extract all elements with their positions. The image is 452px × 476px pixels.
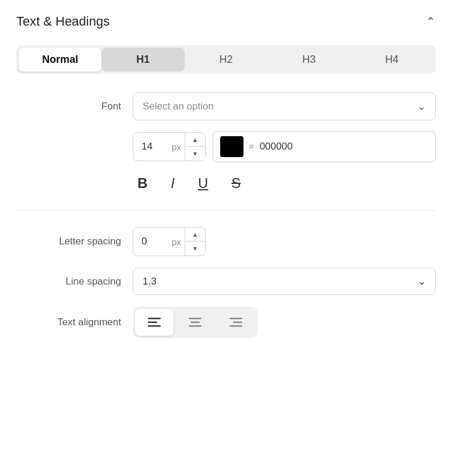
svg-rect-2 <box>148 325 161 327</box>
tab-h1[interactable]: H1 <box>101 48 184 72</box>
chevron-down-icon: ⌄ <box>418 275 426 287</box>
line-spacing-label: Line spacing <box>16 276 133 287</box>
letter-spacing-input[interactable] <box>133 230 168 253</box>
color-swatch[interactable] <box>220 136 243 157</box>
font-label: Font <box>16 101 133 112</box>
align-right-button[interactable] <box>217 309 255 336</box>
font-select[interactable]: Select an option ⌄ <box>133 93 436 120</box>
font-size-stepper: ▲ ▼ <box>185 133 205 161</box>
letter-spacing-increment[interactable]: ▲ <box>185 228 205 241</box>
tab-h3[interactable]: H3 <box>267 48 350 72</box>
letter-spacing-row: Letter spacing px ▲ ▼ <box>16 227 436 256</box>
svg-rect-5 <box>189 325 202 327</box>
bold-button[interactable]: B <box>133 173 152 194</box>
svg-rect-0 <box>148 318 161 319</box>
panel-header: Text & Headings ⌃ <box>16 14 436 29</box>
alignment-group <box>133 307 257 338</box>
svg-rect-3 <box>189 318 202 319</box>
strikethrough-button[interactable]: S <box>227 173 245 194</box>
line-spacing-row: Line spacing 1.3 ⌄ <box>16 268 436 295</box>
font-select-placeholder: Select an option <box>143 101 214 112</box>
italic-button[interactable]: I <box>166 173 179 194</box>
text-alignment-row: Text alignment <box>16 307 436 338</box>
font-row: Font Select an option ⌄ <box>16 93 436 120</box>
svg-rect-7 <box>233 322 242 324</box>
color-hash: # <box>249 142 254 151</box>
letter-spacing-stepper: ▲ ▼ <box>185 228 205 255</box>
letter-spacing-input-group: px ▲ ▼ <box>133 227 206 256</box>
svg-rect-4 <box>190 322 200 324</box>
collapse-button[interactable]: ⌃ <box>426 15 436 29</box>
line-spacing-value: 1.3 <box>143 276 157 287</box>
align-center-button[interactable] <box>176 309 214 336</box>
tab-h2[interactable]: H2 <box>185 48 267 72</box>
color-hex-input[interactable] <box>260 141 306 152</box>
tab-normal[interactable]: Normal <box>19 48 101 72</box>
font-size-increment[interactable]: ▲ <box>185 133 205 147</box>
size-color-row: px ▲ ▼ # <box>133 131 436 162</box>
text-alignment-label: Text alignment <box>16 317 133 328</box>
panel-title: Text & Headings <box>16 14 110 29</box>
line-spacing-select[interactable]: 1.3 ⌄ <box>133 268 436 295</box>
align-left-button[interactable] <box>135 309 174 336</box>
section-divider <box>16 210 436 211</box>
font-size-unit: px <box>168 136 185 158</box>
svg-rect-6 <box>229 318 242 319</box>
font-size-input-group: px ▲ ▼ <box>133 132 206 161</box>
font-size-decrement[interactable]: ▼ <box>185 147 205 161</box>
svg-rect-8 <box>229 325 242 327</box>
tab-h4[interactable]: H4 <box>351 48 433 72</box>
text-style-row: B I U S <box>133 173 436 194</box>
letter-spacing-decrement[interactable]: ▼ <box>185 241 205 255</box>
font-size-input[interactable] <box>133 135 168 158</box>
svg-rect-1 <box>148 322 157 324</box>
color-picker-group[interactable]: # <box>213 131 436 162</box>
letter-spacing-label: Letter spacing <box>16 236 133 247</box>
chevron-down-icon: ⌄ <box>417 100 426 113</box>
heading-tabs: Normal H1 H2 H3 H4 <box>16 45 436 74</box>
underline-button[interactable]: U <box>193 173 213 194</box>
letter-spacing-unit: px <box>168 231 185 253</box>
